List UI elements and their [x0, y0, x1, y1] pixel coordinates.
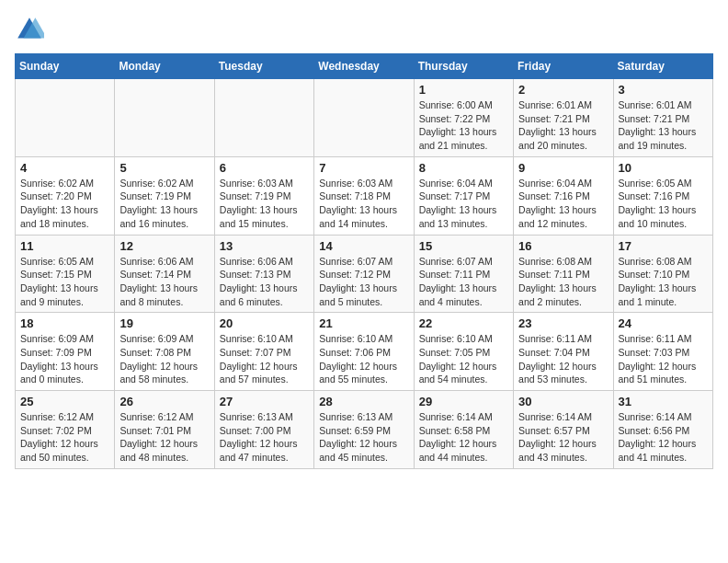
- day-info: Sunrise: 6:04 AMSunset: 7:17 PMDaylight:…: [419, 177, 508, 231]
- day-number: 27: [220, 395, 309, 408]
- day-header-saturday: Saturday: [613, 54, 712, 79]
- calendar-body: 1Sunrise: 6:00 AMSunset: 7:22 PMDaylight…: [16, 79, 713, 469]
- day-number: 26: [119, 395, 209, 408]
- day-number: 15: [419, 239, 508, 253]
- day-number: 30: [518, 395, 608, 408]
- calendar-cell: [314, 79, 414, 157]
- day-info: Sunrise: 6:07 AMSunset: 7:11 PMDaylight:…: [419, 255, 508, 309]
- day-number: 22: [419, 316, 508, 330]
- week-row-4: 18Sunrise: 6:09 AMSunset: 7:09 PMDayligh…: [16, 313, 713, 391]
- day-number: 14: [319, 239, 408, 253]
- day-header-monday: Monday: [115, 54, 214, 79]
- page-header: [15, 15, 713, 44]
- calendar-cell: 13Sunrise: 6:06 AMSunset: 7:13 PMDayligh…: [214, 235, 313, 313]
- day-info: Sunrise: 6:14 AMSunset: 6:58 PMDaylight:…: [419, 410, 508, 465]
- day-info: Sunrise: 6:10 AMSunset: 7:06 PMDaylight:…: [319, 332, 408, 386]
- day-header-thursday: Thursday: [414, 54, 513, 79]
- calendar-cell: 29Sunrise: 6:14 AMSunset: 6:58 PMDayligh…: [414, 391, 513, 469]
- calendar-table: SundayMondayTuesdayWednesdayThursdayFrid…: [15, 53, 713, 469]
- calendar-cell: 17Sunrise: 6:08 AMSunset: 7:10 PMDayligh…: [613, 235, 712, 313]
- day-info: Sunrise: 6:13 AMSunset: 7:00 PMDaylight:…: [220, 410, 309, 465]
- day-number: 21: [319, 316, 408, 330]
- calendar-cell: [115, 79, 214, 157]
- calendar-cell: 21Sunrise: 6:10 AMSunset: 7:06 PMDayligh…: [314, 313, 414, 391]
- day-info: Sunrise: 6:11 AMSunset: 7:03 PMDaylight:…: [619, 332, 708, 386]
- day-number: 8: [419, 161, 508, 175]
- day-info: Sunrise: 6:07 AMSunset: 7:12 PMDaylight:…: [319, 255, 408, 309]
- day-info: Sunrise: 6:02 AMSunset: 7:19 PMDaylight:…: [119, 177, 209, 231]
- calendar-cell: 14Sunrise: 6:07 AMSunset: 7:12 PMDayligh…: [314, 235, 414, 313]
- day-header-sunday: Sunday: [16, 54, 115, 79]
- day-number: 3: [619, 83, 708, 97]
- day-number: 25: [20, 395, 109, 408]
- calendar-cell: 1Sunrise: 6:00 AMSunset: 7:22 PMDaylight…: [414, 79, 513, 157]
- day-number: 6: [220, 161, 309, 175]
- calendar-cell: 25Sunrise: 6:12 AMSunset: 7:02 PMDayligh…: [16, 391, 115, 469]
- day-info: Sunrise: 6:10 AMSunset: 7:07 PMDaylight:…: [220, 332, 309, 386]
- day-info: Sunrise: 6:01 AMSunset: 7:21 PMDaylight:…: [619, 98, 708, 153]
- day-number: 12: [119, 239, 209, 253]
- calendar-cell: 10Sunrise: 6:05 AMSunset: 7:16 PMDayligh…: [613, 156, 712, 235]
- day-info: Sunrise: 6:12 AMSunset: 7:01 PMDaylight:…: [119, 410, 209, 465]
- day-info: Sunrise: 6:08 AMSunset: 7:11 PMDaylight:…: [518, 255, 608, 309]
- calendar-cell: 28Sunrise: 6:13 AMSunset: 6:59 PMDayligh…: [314, 391, 414, 469]
- day-number: 7: [319, 161, 408, 175]
- day-info: Sunrise: 6:02 AMSunset: 7:20 PMDaylight:…: [20, 177, 109, 231]
- logo-icon: [15, 15, 44, 44]
- calendar-cell: 5Sunrise: 6:02 AMSunset: 7:19 PMDaylight…: [115, 156, 214, 235]
- day-info: Sunrise: 6:03 AMSunset: 7:18 PMDaylight:…: [319, 177, 408, 231]
- day-number: 10: [619, 161, 708, 175]
- day-info: Sunrise: 6:05 AMSunset: 7:15 PMDaylight:…: [20, 255, 109, 309]
- calendar-cell: 20Sunrise: 6:10 AMSunset: 7:07 PMDayligh…: [214, 313, 313, 391]
- day-number: 4: [20, 161, 109, 175]
- day-number: 20: [220, 316, 309, 330]
- calendar-cell: 8Sunrise: 6:04 AMSunset: 7:17 PMDaylight…: [414, 156, 513, 235]
- day-info: Sunrise: 6:05 AMSunset: 7:16 PMDaylight:…: [619, 177, 708, 231]
- day-number: 19: [119, 316, 209, 330]
- day-number: 24: [619, 316, 708, 330]
- calendar-cell: 3Sunrise: 6:01 AMSunset: 7:21 PMDaylight…: [613, 79, 712, 157]
- calendar-cell: 22Sunrise: 6:10 AMSunset: 7:05 PMDayligh…: [414, 313, 513, 391]
- day-number: 23: [518, 316, 608, 330]
- calendar-cell: 9Sunrise: 6:04 AMSunset: 7:16 PMDaylight…: [514, 156, 613, 235]
- week-row-1: 1Sunrise: 6:00 AMSunset: 7:22 PMDaylight…: [16, 79, 713, 157]
- calendar-cell: 24Sunrise: 6:11 AMSunset: 7:03 PMDayligh…: [613, 313, 712, 391]
- week-row-5: 25Sunrise: 6:12 AMSunset: 7:02 PMDayligh…: [16, 391, 713, 469]
- calendar-cell: 12Sunrise: 6:06 AMSunset: 7:14 PMDayligh…: [115, 235, 214, 313]
- calendar-cell: 7Sunrise: 6:03 AMSunset: 7:18 PMDaylight…: [314, 156, 414, 235]
- calendar-cell: 26Sunrise: 6:12 AMSunset: 7:01 PMDayligh…: [115, 391, 214, 469]
- day-info: Sunrise: 6:08 AMSunset: 7:10 PMDaylight:…: [619, 255, 708, 309]
- calendar-cell: 15Sunrise: 6:07 AMSunset: 7:11 PMDayligh…: [414, 235, 513, 313]
- calendar-header-row: SundayMondayTuesdayWednesdayThursdayFrid…: [16, 54, 713, 79]
- day-info: Sunrise: 6:04 AMSunset: 7:16 PMDaylight:…: [518, 177, 608, 231]
- day-info: Sunrise: 6:09 AMSunset: 7:09 PMDaylight:…: [20, 332, 109, 386]
- calendar-cell: 23Sunrise: 6:11 AMSunset: 7:04 PMDayligh…: [514, 313, 613, 391]
- calendar-cell: [16, 79, 115, 157]
- logo: [15, 15, 48, 44]
- day-info: Sunrise: 6:01 AMSunset: 7:21 PMDaylight:…: [518, 98, 608, 153]
- day-number: 1: [419, 83, 508, 97]
- calendar-cell: 18Sunrise: 6:09 AMSunset: 7:09 PMDayligh…: [16, 313, 115, 391]
- day-number: 29: [419, 395, 508, 408]
- day-info: Sunrise: 6:06 AMSunset: 7:13 PMDaylight:…: [220, 255, 309, 309]
- day-info: Sunrise: 6:09 AMSunset: 7:08 PMDaylight:…: [119, 332, 209, 386]
- calendar-cell: 31Sunrise: 6:14 AMSunset: 6:56 PMDayligh…: [613, 391, 712, 469]
- day-number: 18: [20, 316, 109, 330]
- calendar-cell: [214, 79, 313, 157]
- calendar-cell: 2Sunrise: 6:01 AMSunset: 7:21 PMDaylight…: [514, 79, 613, 157]
- calendar-cell: 6Sunrise: 6:03 AMSunset: 7:19 PMDaylight…: [214, 156, 313, 235]
- day-number: 2: [518, 83, 608, 97]
- calendar-cell: 4Sunrise: 6:02 AMSunset: 7:20 PMDaylight…: [16, 156, 115, 235]
- day-number: 17: [619, 239, 708, 253]
- day-info: Sunrise: 6:14 AMSunset: 6:56 PMDaylight:…: [619, 410, 708, 465]
- day-number: 16: [518, 239, 608, 253]
- day-header-friday: Friday: [514, 54, 613, 79]
- day-header-tuesday: Tuesday: [214, 54, 313, 79]
- day-number: 13: [220, 239, 309, 253]
- calendar-cell: 19Sunrise: 6:09 AMSunset: 7:08 PMDayligh…: [115, 313, 214, 391]
- day-number: 11: [20, 239, 109, 253]
- day-header-wednesday: Wednesday: [314, 54, 414, 79]
- day-number: 28: [319, 395, 408, 408]
- calendar-cell: 11Sunrise: 6:05 AMSunset: 7:15 PMDayligh…: [16, 235, 115, 313]
- day-info: Sunrise: 6:14 AMSunset: 6:57 PMDaylight:…: [518, 410, 608, 465]
